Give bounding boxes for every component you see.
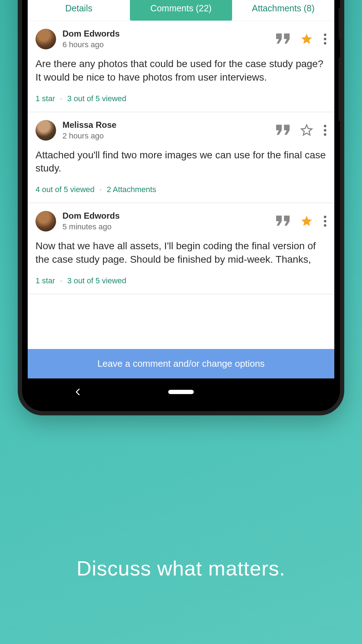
comment-time: 5 minutes ago — [62, 222, 120, 231]
quote-icon[interactable] — [276, 125, 290, 136]
back-icon[interactable] — [74, 388, 82, 396]
home-pill[interactable] — [168, 390, 194, 394]
android-nav-bar — [28, 378, 334, 405]
svg-point-11 — [324, 220, 327, 223]
avatar[interactable] — [35, 120, 56, 141]
meta-views[interactable]: 3 out of 5 viewed — [67, 94, 126, 103]
quote-icon[interactable] — [276, 33, 290, 45]
tab-comments[interactable]: Comments (22) — [130, 0, 232, 21]
avatar[interactable] — [35, 211, 56, 231]
meta-stars[interactable]: 1 star — [35, 276, 55, 285]
comments-list[interactable]: Dom Edwords 6 hours ago — [28, 21, 334, 349]
svg-point-7 — [324, 125, 327, 127]
comment-body: Are there any photos that could be used … — [35, 57, 327, 84]
marketing-tagline: Discuss what matters. — [0, 556, 362, 580]
meta-attachments[interactable]: 2 Attachments — [107, 185, 156, 194]
comment-author: Dom Edwords — [62, 29, 120, 39]
comment-meta: 1 star · 3 out of 5 viewed — [35, 94, 327, 103]
star-icon[interactable] — [300, 215, 313, 228]
star-icon[interactable] — [300, 33, 313, 45]
svg-point-10 — [324, 216, 327, 218]
comment-item: Melissa Rose 2 hours ago — [28, 112, 334, 203]
comment-body: Now that we have all assets, I'll begin … — [35, 239, 327, 266]
comment-author: Dom Edwords — [62, 211, 120, 221]
meta-views[interactable]: 4 out of 5 viewed — [35, 185, 94, 194]
quote-icon[interactable] — [276, 215, 290, 227]
app-screen: Katrina Mellon 2 days ago — [28, 0, 334, 378]
phone-side-button — [339, 8, 342, 40]
comment-body: Attached you'll find two more images we … — [35, 148, 327, 175]
phone-frame: Katrina Mellon 2 days ago — [18, 0, 344, 415]
meta-stars[interactable]: 1 star — [35, 94, 55, 103]
tab-details[interactable]: Details — [28, 0, 130, 21]
more-vert-icon[interactable] — [324, 215, 327, 227]
comment-author: Melissa Rose — [62, 120, 116, 130]
meta-views[interactable]: 3 out of 5 viewed — [67, 276, 126, 285]
star-outline-icon[interactable] — [300, 124, 313, 137]
svg-point-5 — [324, 38, 327, 40]
tab-bar: Details Comments (22) Attachments (8) — [28, 0, 334, 21]
svg-point-6 — [324, 42, 327, 45]
comment-meta: 4 out of 5 viewed · 2 Attachments — [35, 185, 327, 194]
comment-item: Dom Edwords 6 hours ago — [28, 21, 334, 112]
svg-point-12 — [324, 224, 327, 227]
more-vert-icon[interactable] — [324, 33, 327, 45]
more-vert-icon[interactable] — [324, 125, 327, 136]
tab-attachments[interactable]: Attachments (8) — [232, 0, 334, 21]
comment-time: 6 hours ago — [62, 40, 120, 49]
comment-time: 2 hours ago — [62, 131, 116, 141]
phone-side-button — [339, 58, 342, 121]
avatar[interactable] — [35, 29, 56, 49]
leave-comment-button[interactable]: Leave a comment and/or change options — [28, 349, 334, 378]
comment-item: Dom Edwords 5 minutes ago — [28, 203, 334, 294]
svg-point-9 — [324, 133, 327, 136]
svg-point-4 — [324, 34, 327, 36]
svg-point-8 — [324, 129, 327, 131]
comment-meta: 1 star · 3 out of 5 viewed — [35, 276, 327, 285]
